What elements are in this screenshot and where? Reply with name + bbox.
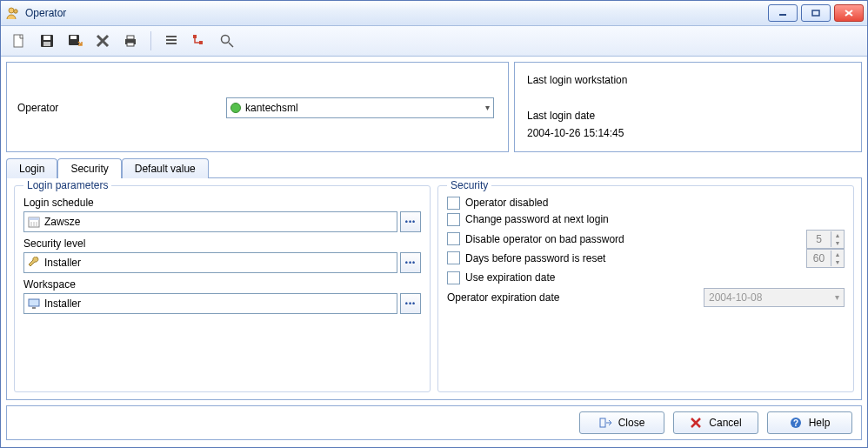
svg-line-23 — [229, 43, 233, 47]
cancel-button-label: Cancel — [709, 417, 741, 429]
svg-rect-31 — [600, 418, 605, 427]
new-icon[interactable] — [10, 31, 29, 50]
operator-disabled-checkbox[interactable] — [447, 197, 460, 210]
cancel-icon — [690, 417, 702, 429]
svg-rect-16 — [127, 43, 134, 46]
close-button-label: Close — [618, 417, 645, 429]
delete-icon[interactable] — [93, 31, 112, 50]
days-before-reset-spinner[interactable]: 60 ▲▼ — [806, 249, 845, 268]
svg-rect-30 — [32, 307, 36, 309]
svg-rect-9 — [43, 42, 50, 46]
workspace-picker[interactable]: Installer — [23, 293, 397, 314]
login-schedule-label: Login schedule — [23, 197, 421, 209]
security-group: Security Operator disabled Change passwo… — [437, 185, 854, 392]
svg-rect-25 — [29, 217, 39, 220]
login-schedule-more-button[interactable]: ••• — [400, 211, 421, 232]
tab-security[interactable]: Security — [57, 158, 121, 178]
use-expiration-label: Use expiration date — [465, 271, 555, 284]
help-button[interactable]: ? Help — [767, 411, 852, 434]
minimize-button[interactable] — [768, 4, 798, 22]
window-buttons — [768, 4, 864, 22]
status-dot-icon — [230, 103, 241, 113]
security-level-label: Security level — [23, 237, 421, 250]
bad-password-count-value: 5 — [807, 233, 831, 245]
days-before-reset-label: Days before password is reset — [465, 252, 605, 264]
monitor-icon — [28, 298, 40, 310]
workspace-more-button[interactable]: ••• — [400, 293, 421, 314]
change-password-label: Change password at next login — [465, 213, 609, 225]
tab-login[interactable]: Login — [6, 158, 57, 178]
titlebar: Operator — [1, 1, 867, 26]
close-button[interactable]: Close — [579, 411, 664, 434]
tab-default-value[interactable]: Default value — [122, 158, 209, 178]
login-schedule-value: Zawsze — [44, 216, 80, 228]
workspace-label: Workspace — [23, 278, 421, 291]
tab-strip: Login Security Default value — [6, 157, 862, 177]
workspace-value: Installer — [44, 298, 81, 310]
svg-rect-29 — [29, 299, 39, 306]
svg-point-0 — [9, 8, 14, 13]
toolbar-separator — [150, 31, 151, 50]
help-icon: ? — [790, 417, 802, 429]
use-expiration-checkbox[interactable] — [447, 271, 460, 284]
expiration-date-picker[interactable]: 2004-10-08 ▾ — [704, 288, 845, 307]
chevron-down-icon: ▾ — [835, 292, 839, 302]
security-level-value: Installer — [44, 257, 81, 269]
days-before-reset-checkbox[interactable] — [447, 251, 460, 264]
operator-value: kantechsml — [245, 102, 298, 114]
login-parameters-legend: Login parameters — [23, 179, 111, 191]
disable-on-bad-checkbox[interactable] — [447, 232, 460, 245]
save-as-icon[interactable] — [65, 31, 84, 50]
last-login-panel: Last login workstation Last login date 2… — [514, 62, 862, 152]
disable-on-bad-label: Disable operator on bad password — [465, 233, 624, 245]
svg-point-1 — [14, 10, 17, 13]
search-icon[interactable] — [217, 31, 237, 50]
button-bar: Close Cancel ? Help — [6, 405, 862, 440]
content-area: Operator kantechsml ▾ Last login worksta… — [1, 57, 867, 440]
days-before-reset-value: 60 — [807, 252, 831, 264]
save-icon[interactable] — [37, 31, 57, 50]
svg-point-22 — [222, 36, 230, 43]
header-row: Operator kantechsml ▾ Last login worksta… — [6, 62, 862, 152]
spinner-down-icon[interactable]: ▼ — [831, 258, 844, 266]
last-date-label: Last login date — [527, 107, 849, 124]
cancel-button[interactable]: Cancel — [673, 411, 758, 434]
svg-rect-6 — [14, 35, 23, 47]
status-bar — [1, 440, 867, 447]
expiration-date-label: Operator expiration date — [447, 291, 704, 304]
tree-icon[interactable] — [190, 31, 209, 50]
last-workstation-label: Last login workstation — [527, 71, 849, 89]
security-level-more-button[interactable]: ••• — [400, 252, 421, 273]
list-icon[interactable] — [162, 31, 181, 50]
svg-rect-3 — [812, 10, 819, 16]
calendar-icon — [28, 216, 40, 228]
operator-window: Operator Operator kantechsml ▾ — [0, 0, 868, 448]
login-schedule-picker[interactable]: Zawsze — [23, 211, 397, 232]
change-password-checkbox[interactable] — [447, 213, 460, 226]
operator-combo[interactable]: kantechsml ▾ — [226, 97, 494, 118]
operator-panel: Operator kantechsml ▾ — [6, 62, 509, 152]
last-date-value: 2004-10-26 15:14:45 — [527, 124, 849, 142]
svg-rect-15 — [127, 36, 134, 39]
login-parameters-group: Login parameters Login schedule Zawsze •… — [14, 185, 431, 392]
security-level-picker[interactable]: Installer — [23, 252, 397, 273]
close-window-button[interactable] — [834, 4, 864, 22]
maximize-button[interactable] — [801, 4, 831, 22]
svg-rect-11 — [70, 36, 77, 39]
print-icon[interactable] — [121, 31, 140, 50]
chevron-down-icon: ▾ — [485, 103, 490, 112]
svg-rect-21 — [199, 41, 203, 44]
window-title: Operator — [25, 7, 768, 19]
spinner-down-icon[interactable]: ▼ — [831, 239, 844, 247]
toolbar — [1, 26, 867, 57]
help-button-label: Help — [809, 417, 831, 429]
exit-icon — [599, 417, 611, 429]
svg-rect-8 — [43, 36, 50, 40]
tab-body: Login parameters Login schedule Zawsze •… — [6, 177, 862, 400]
svg-text:?: ? — [793, 418, 798, 428]
spinner-up-icon[interactable]: ▲ — [831, 231, 844, 239]
bad-password-count-spinner[interactable]: 5 ▲▼ — [806, 230, 845, 249]
expiration-date-value: 2004-10-08 — [709, 291, 762, 304]
app-icon — [6, 6, 20, 20]
spinner-up-icon[interactable]: ▲ — [831, 251, 844, 258]
